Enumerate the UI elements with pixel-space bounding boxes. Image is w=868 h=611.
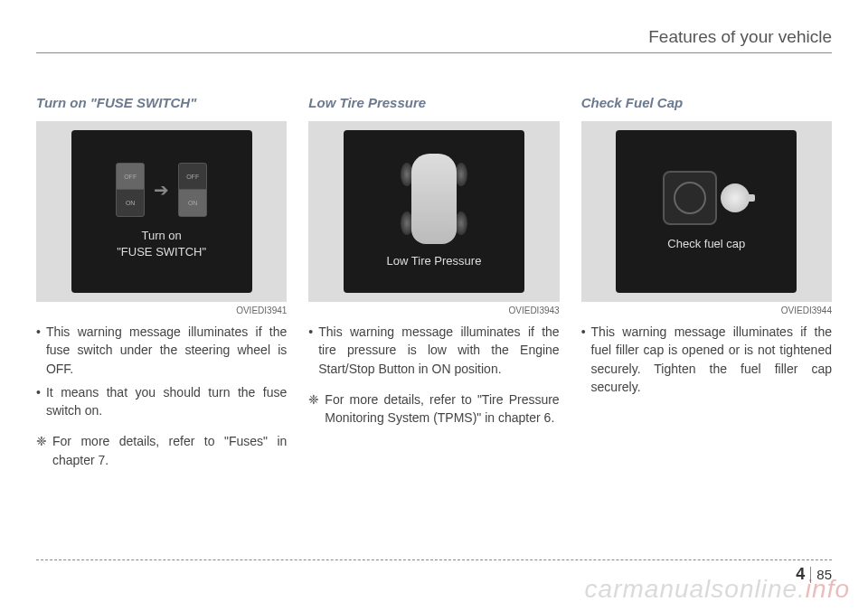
column-fuel-cap: Check Fuel Cap Check fuel cap OVIEDI3944… xyxy=(581,95,832,469)
watermark-suffix: info xyxy=(806,575,850,603)
screen-text: Low Tire Pressure xyxy=(387,253,482,269)
fuse-switch-graphic: OFF ON ➔ OFF ON xyxy=(116,163,207,217)
header-divider xyxy=(36,52,832,53)
column-fuse-switch: Turn on "FUSE SWITCH" OFF ON ➔ OFF ON Tu… xyxy=(36,95,287,469)
bullet-icon: • xyxy=(36,383,41,420)
tire-glow-icon xyxy=(401,212,413,235)
bullet-item: • It means that you should turn the fuse… xyxy=(36,383,287,420)
image-code: OVIEDI3943 xyxy=(308,306,559,315)
fuel-cap-graphic xyxy=(663,171,750,225)
column-title: Check Fuel Cap xyxy=(581,95,832,110)
bullet-text: This warning message illuminates if the … xyxy=(46,323,287,378)
fuel-opening-icon xyxy=(674,182,706,214)
dashboard-screen: OFF ON ➔ OFF ON Turn on "FUSE SWITCH" xyxy=(71,130,252,293)
note-icon: ❈ xyxy=(36,432,47,469)
watermark: carmanualsonline.info xyxy=(585,575,850,604)
note-item: ❈ For more details, refer to "Tire Press… xyxy=(308,390,559,428)
screen-text: Check fuel cap xyxy=(667,236,745,252)
bullet-text: It means that you should turn the fuse s… xyxy=(46,383,287,420)
bullet-icon: • xyxy=(581,323,586,396)
bullet-text: This warning message illuminates if the … xyxy=(318,323,559,378)
note-text: For more details, refer to "Tire Pressur… xyxy=(325,390,559,428)
fuel-cap-icon xyxy=(721,183,750,212)
screen-line2: "FUSE SWITCH" xyxy=(117,244,206,260)
bullet-icon: • xyxy=(36,323,41,378)
car-top-icon xyxy=(411,154,457,244)
switch-on-icon: OFF ON xyxy=(178,163,207,217)
switch-on-label: ON xyxy=(179,190,206,216)
tire-glow-icon xyxy=(455,212,467,235)
tire-glow-icon xyxy=(455,163,467,186)
arrow-right-icon: ➔ xyxy=(154,179,169,201)
warning-image-box: Check fuel cap xyxy=(581,121,832,302)
warning-image-box: Low Tire Pressure xyxy=(308,121,559,302)
column-title: Low Tire Pressure xyxy=(308,95,559,110)
image-code: OVIEDI3944 xyxy=(581,306,832,315)
bullet-item: • This warning message illuminates if th… xyxy=(36,323,287,378)
dashboard-screen: Low Tire Pressure xyxy=(344,130,524,293)
switch-off-label: OFF xyxy=(179,164,206,191)
watermark-text: carmanualsonline. xyxy=(585,575,806,603)
content-columns: Turn on "FUSE SWITCH" OFF ON ➔ OFF ON Tu… xyxy=(36,95,832,469)
body-text: • This warning message illuminates if th… xyxy=(36,323,287,469)
body-text: • This warning message illuminates if th… xyxy=(308,323,559,427)
fuel-door-icon xyxy=(663,171,717,225)
screen-text: Turn on "FUSE SWITCH" xyxy=(117,228,206,260)
warning-image-box: OFF ON ➔ OFF ON Turn on "FUSE SWITCH" xyxy=(36,121,287,302)
body-text: • This warning message illuminates if th… xyxy=(581,323,832,401)
note-text: For more details, refer to "Fuses" in ch… xyxy=(52,432,287,469)
bullet-item: • This warning message illuminates if th… xyxy=(581,323,832,396)
switch-off-icon: OFF ON xyxy=(116,163,145,217)
screen-line1: Turn on xyxy=(117,228,206,244)
bullet-text: This warning message illuminates if the … xyxy=(591,323,832,396)
tire-glow-icon xyxy=(401,163,413,186)
note-icon: ❈ xyxy=(308,390,319,428)
switch-off-label: OFF xyxy=(117,164,144,191)
dashboard-screen: Check fuel cap xyxy=(616,130,797,293)
column-low-tire: Low Tire Pressure Low Tire Pressure OVIE… xyxy=(308,95,559,469)
image-code: OVIEDI3941 xyxy=(36,306,287,315)
switch-on-label: ON xyxy=(117,190,144,216)
footer-divider xyxy=(36,559,832,560)
bullet-item: • This warning message illuminates if th… xyxy=(308,323,559,378)
section-header: Features of your vehicle xyxy=(648,27,832,47)
column-title: Turn on "FUSE SWITCH" xyxy=(36,95,287,110)
note-item: ❈ For more details, refer to "Fuses" in … xyxy=(36,432,287,469)
bullet-icon: • xyxy=(308,323,313,378)
